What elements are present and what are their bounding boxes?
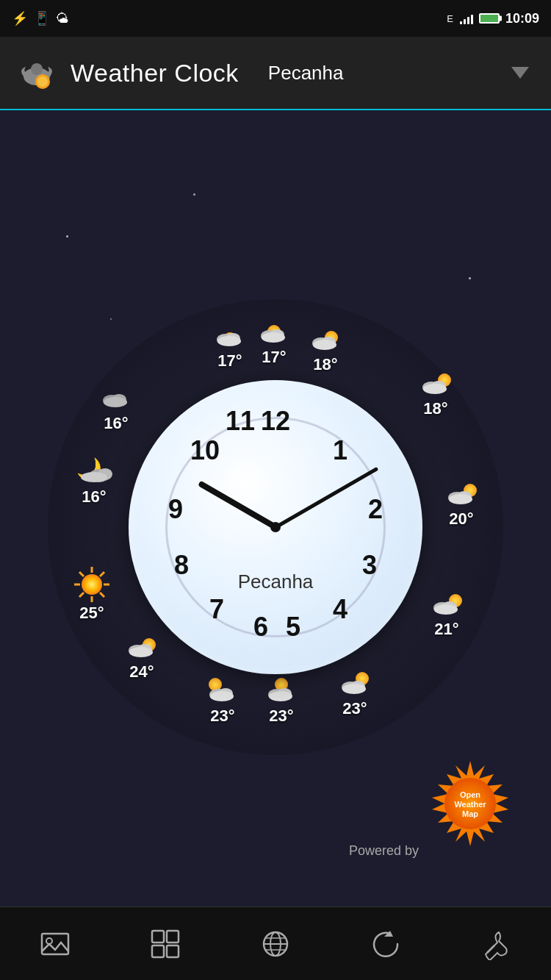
svg-point-19	[423, 384, 447, 394]
svg-line-51	[79, 593, 84, 597]
svg-point-7	[217, 336, 241, 346]
clock-num-4: 4	[333, 594, 347, 625]
svg-point-27	[434, 604, 458, 615]
signal-bars	[460, 12, 473, 24]
svg-point-59	[104, 397, 127, 407]
svg-rect-69	[152, 945, 164, 957]
weather-temp-br: 21°	[434, 620, 458, 639]
toolbar-widgets-button[interactable]	[136, 922, 195, 966]
svg-text:Weather: Weather	[454, 800, 486, 809]
clock-center-dot	[270, 522, 281, 532]
clock-num-1: 1	[333, 435, 347, 466]
main-content: 17° 17° 18° 18° 20° 21° 23°	[0, 110, 551, 943]
svg-line-49	[79, 572, 84, 576]
weather-item-right-2: 20°	[441, 476, 482, 529]
weather-item-bottom-1: 23°	[334, 665, 375, 718]
app-title: Weather Clock	[71, 59, 239, 87]
weather-item-bottom-left: 24°	[121, 629, 162, 682]
sim-icon: 📱	[34, 10, 50, 26]
weather-temp-right1: 18°	[423, 399, 447, 418]
clock-num-11: 11	[226, 406, 255, 437]
clock-num-2: 2	[368, 494, 383, 525]
svg-point-15	[313, 340, 336, 350]
svg-rect-65	[42, 934, 68, 954]
clock-num-8: 8	[174, 550, 189, 581]
svg-text:Open: Open	[460, 790, 480, 799]
svg-point-31	[342, 684, 366, 694]
toolbar-globe-button[interactable]	[246, 922, 305, 966]
owm-button[interactable]: Open Weather Map	[426, 759, 514, 848]
powered-by-label: Powered by	[349, 843, 419, 859]
clock-face[interactable]: 12 1 2 3 4 5 6 7 8 9 10 11 Pecanha	[129, 380, 422, 674]
bottom-toolbar	[0, 906, 551, 980]
weather-item-left-1: 25°	[70, 564, 114, 623]
svg-line-48	[100, 572, 104, 576]
svg-rect-67	[152, 931, 164, 943]
weather-temp-top1: 17°	[217, 351, 242, 371]
clock-num-6: 6	[253, 612, 268, 643]
weather-item-top-2: 17°	[253, 314, 295, 367]
weather-temp-b1: 23°	[342, 699, 367, 718]
weather-temp-l2: 16°	[82, 487, 106, 507]
weather-temp-top3: 18°	[313, 355, 337, 374]
status-left-icons: ⚡ 📱 🌤	[12, 10, 69, 26]
toolbar-wallpaper-button[interactable]	[26, 922, 84, 966]
network-type: E	[447, 13, 454, 24]
app-bar: Weather Clock Pecanha	[0, 37, 551, 110]
usb-icon: ⚡	[12, 10, 28, 26]
clock-num-5: 5	[286, 612, 300, 643]
status-right-icons: E 10:09	[447, 11, 539, 26]
clock-container[interactable]: 17° 17° 18° 18° 20° 21° 23°	[55, 307, 496, 748]
weather-temp-ul: 16°	[104, 414, 128, 433]
weather-temp-bl: 24°	[129, 662, 154, 682]
svg-rect-70	[167, 945, 179, 957]
weather-item-right-1: 18°	[415, 365, 456, 418]
clock-num-12: 12	[261, 406, 290, 437]
clock-city-label: Pecanha	[238, 571, 314, 593]
svg-point-11	[262, 332, 285, 343]
weather-item-top-3: 18°	[305, 321, 346, 374]
svg-point-23	[449, 494, 472, 504]
svg-point-1	[31, 63, 43, 75]
weather-temp-b2: 23°	[269, 707, 293, 726]
svg-point-35	[269, 691, 292, 701]
svg-point-3	[37, 76, 48, 87]
clock-num-10: 10	[190, 435, 220, 466]
weather-item-top-1: 17°	[209, 318, 251, 371]
battery-icon	[479, 13, 500, 24]
weather-item-bottom-3: 23°	[202, 673, 243, 726]
weather-temp-right2: 20°	[449, 509, 473, 529]
clock-num-3: 3	[362, 550, 377, 581]
status-bar: ⚡ 📱 🌤 E 10:09	[0, 0, 551, 37]
clock-num-7: 7	[209, 594, 224, 625]
svg-point-52	[82, 574, 102, 595]
svg-line-50	[100, 593, 104, 597]
svg-rect-68	[167, 931, 179, 943]
weather-item-left-2: 🌙 16°	[73, 454, 115, 507]
weather-temp-top2: 17°	[262, 348, 286, 367]
weather-item-bottom-2: 23°	[261, 673, 302, 726]
svg-point-56	[81, 472, 107, 482]
app-location: Pecanha	[268, 62, 344, 85]
toolbar-refresh-button[interactable]	[356, 922, 415, 966]
weather-temp-l1: 25°	[79, 604, 104, 623]
svg-line-77	[487, 945, 494, 953]
toolbar-settings-button[interactable]	[467, 922, 525, 966]
svg-point-43	[129, 647, 153, 657]
svg-text:Map: Map	[462, 809, 478, 818]
weather-status-icon: 🌤	[56, 11, 69, 26]
weather-temp-b3: 23°	[210, 707, 234, 726]
svg-point-39	[210, 691, 234, 701]
weather-item-bottom-right: 21°	[426, 586, 467, 639]
weather-item-upper-left: 16°	[96, 380, 137, 433]
dropdown-arrow-icon[interactable]	[511, 67, 529, 79]
clock-num-9: 9	[168, 494, 183, 525]
app-logo	[15, 51, 59, 95]
clock-time: 10:09	[505, 11, 539, 26]
